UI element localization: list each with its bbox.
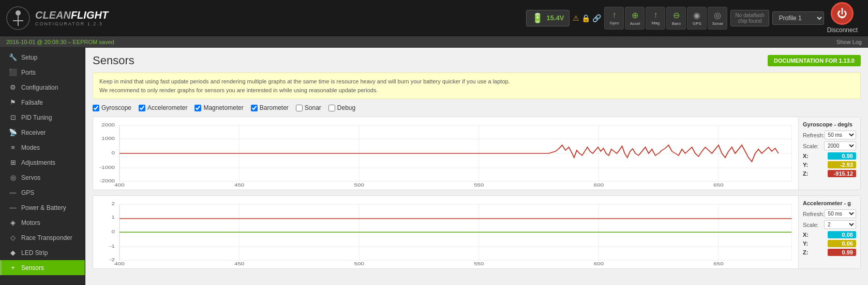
magnetometer-checkbox[interactable] [194,105,201,111]
debug-label: Debug [337,104,355,111]
svg-text:650: 650 [713,261,724,265]
gyro-refresh-label: Refresh: [803,132,825,138]
logo-subtitle: CONFIGURATOR 1.2.3 [35,21,108,26]
link-icon[interactable]: 🔗 [592,14,601,22]
sidebar-item-led-strip[interactable]: ◆ LED Strip [0,245,85,260]
sidebar-item-sensors[interactable]: + Sensors [0,260,85,275]
accelerometer-checkbox[interactable] [139,105,145,111]
sidebar-item-race-transponder[interactable]: ◇ Race Transponder [0,230,85,245]
gyro-scale-select[interactable]: 2000 1000 500 [824,141,856,150]
gyro-refresh-row: Refresh: 50 ms 100 ms 200 ms [803,131,856,139]
svg-text:450: 450 [234,261,245,265]
debug-checkbox[interactable] [328,105,335,111]
checkbox-barometer[interactable]: Barometer [251,104,289,111]
sidebar-item-setup[interactable]: 🔧 Setup [0,50,85,65]
sidebar-label-transponder: Race Transponder [21,234,72,241]
motors-icon: ◈ [9,219,17,226]
page-title-row: Sensors DOCUMENTATION FOR 1.13.0 [93,54,861,67]
accel-x-row: X: 0.08 [803,231,856,238]
checkbox-magnetometer[interactable]: Magnetometer [194,104,243,111]
accel-z-label: Z: [803,249,808,255]
sonar-checkbox[interactable] [296,105,303,111]
checkbox-debug[interactable]: Debug [328,104,355,111]
checkbox-gyroscope[interactable]: Gyroscope [93,104,131,111]
gyro-graph-panel: 2000 1000 0 -1000 -2000 [93,117,861,190]
accel-graph-sidebar: Accelerometer - g Refresh: 50 ms 100 ms … [798,196,860,268]
svg-text:550: 550 [474,261,484,265]
gyro-sensor-btn[interactable]: ↑ Gyro [604,7,624,30]
sidebar: 🔧 Setup ⬛ Ports ⚙ Configuration ⚑ Failsa… [0,48,85,285]
gyro-graph-sidebar: Gyroscope - deg/s Refresh: 50 ms 100 ms … [798,117,860,190]
header: CLEAN FLIGHT CONFIGURATOR 1.2.3 🔋 15.4V … [0,0,868,36]
show-log-btn[interactable]: Show Log [836,39,862,45]
sidebar-label-failsafe: Failsafe [21,99,43,106]
accel-scale-select[interactable]: 2 4 8 [824,220,856,229]
documentation-button[interactable]: DOCUMENTATION FOR 1.13.0 [768,55,861,66]
checkbox-sonar[interactable]: Sonar [296,104,321,111]
svg-text:0: 0 [112,150,115,155]
status-text: 2016-10-01 @ 20:08:30 – EEPROM saved [6,39,114,45]
gyro-z-row: Z: -915.12 [803,170,856,177]
gyro-y-label: Y: [803,162,808,168]
sidebar-label-ports: Ports [21,69,36,76]
sidebar-item-ports[interactable]: ⬛ Ports [0,65,85,80]
accel-y-value: 0.06 [828,240,856,247]
servos-icon: ◎ [9,174,17,181]
sidebar-label-receiver: Receiver [21,129,46,136]
nodata-box: No dataflash chip found [730,10,769,26]
warning-box: Keep in mind that using fast update peri… [93,73,861,99]
sidebar-label-sensors: Sensors [21,264,44,272]
sidebar-item-motors[interactable]: ◈ Motors [0,215,85,230]
barometer-checkbox[interactable] [251,105,258,111]
svg-text:2000: 2000 [101,122,115,127]
sidebar-label-gps: GPS [21,189,34,196]
pid-icon: ⊡ [9,113,17,121]
svg-text:0: 0 [112,229,115,234]
sidebar-label-led: LED Strip [21,249,48,256]
gps-sensor-btn[interactable]: ◉ GPS [687,7,707,30]
accel-scale-row: Scale: 2 4 8 [803,220,856,229]
sidebar-label-configuration: Configuration [21,84,58,91]
accel-icon: ⊕ [632,10,638,20]
accelerometer-label: Accelerometer [147,104,187,111]
gyro-graph-title: Gyroscope - deg/s [803,121,856,127]
sidebar-item-adjustments[interactable]: ⊞ Adjustments [0,155,85,170]
sidebar-item-servos[interactable]: ◎ Servos [0,170,85,185]
gyro-scale-row: Scale: 2000 1000 500 [803,141,856,150]
svg-text:1: 1 [112,215,115,220]
sidebar-item-pid-tuning[interactable]: ⊡ PID Tuning [0,110,85,125]
sidebar-label-setup: Setup [21,54,37,61]
sidebar-item-configuration[interactable]: ⚙ Configuration [0,80,85,95]
accel-y-label: Y: [803,240,808,247]
logo-icon [5,5,31,31]
sonar-icon: ◎ [714,10,721,20]
sidebar-item-receiver[interactable]: 📡 Receiver [0,125,85,140]
warning-icon[interactable]: ⚠ [573,14,579,22]
mag-sensor-btn[interactable]: ↑ Mag [646,7,665,30]
svg-text:400: 400 [114,261,125,265]
accel-sensor-btn[interactable]: ⊕ Accel [625,7,645,30]
sidebar-item-power-battery[interactable]: — Power & Battery [0,200,85,215]
mag-icon: ↑ [653,10,657,20]
svg-text:550: 550 [474,182,484,187]
accel-label: Accel [630,21,640,26]
svg-text:-1: -1 [110,244,115,249]
gyroscope-checkbox[interactable] [93,105,99,111]
sidebar-label-pid: PID Tuning [21,114,52,121]
baro-icon: ⊖ [673,10,680,20]
sidebar-item-gps[interactable]: — GPS [0,185,85,200]
sidebar-label-adjustments: Adjustments [21,159,55,166]
receiver-icon: 📡 [9,129,17,136]
disconnect-button[interactable]: ⏻ Disconnect [827,2,858,34]
header-center: 🔋 15.4V ⚠ 🔒 🔗 ↑ Gyro ⊕ Accel ↑ Mag ⊖ B [109,2,863,34]
gyro-refresh-select[interactable]: 50 ms 100 ms 200 ms [825,131,856,139]
shield-icon[interactable]: 🔒 [581,14,590,22]
gyro-chart: 2000 1000 0 -1000 -2000 [96,120,795,187]
accel-refresh-select[interactable]: 50 ms 100 ms 200 ms [825,209,856,218]
profile-select[interactable]: Profile 1 Profile 2 Profile 3 [772,11,824,25]
checkbox-accelerometer[interactable]: Accelerometer [139,104,187,111]
sidebar-item-modes[interactable]: ≡ Modes [0,140,85,155]
sidebar-item-failsafe[interactable]: ⚑ Failsafe [0,95,85,110]
sonar-sensor-btn[interactable]: ◎ Sonar [708,7,727,30]
baro-sensor-btn[interactable]: ⊖ Baro [666,7,686,30]
